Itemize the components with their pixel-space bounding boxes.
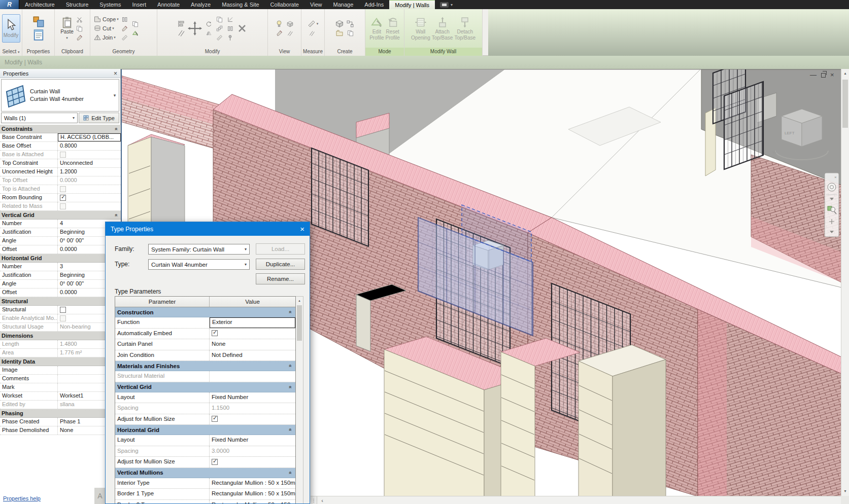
create-assembly-icon[interactable] — [346, 29, 355, 37]
scroll-left-icon[interactable]: ‹ — [317, 497, 327, 503]
section-header-structural[interactable]: Structural» — [0, 297, 121, 306]
panel-label-view[interactable]: View — [268, 48, 301, 56]
minimize-view-icon[interactable]: — — [810, 71, 817, 79]
match-type-properties-icon[interactable] — [75, 33, 84, 42]
table-scrollbar[interactable]: ▴ — [296, 296, 303, 504]
ribbon-state-caret-icon[interactable]: ▾ — [451, 3, 453, 7]
column-header-parameter[interactable]: Parameter — [115, 297, 210, 307]
section-header-constraints[interactable]: Constraints» — [0, 125, 121, 133]
cope-button[interactable]: Cope▾ — [93, 15, 119, 23]
property-value[interactable]: Rectangular Mullion : 50 x 150mm — [210, 489, 295, 499]
checkbox[interactable] — [212, 330, 218, 336]
checkbox[interactable] — [60, 307, 66, 313]
section-header-phasing[interactable]: Phasing» — [0, 409, 121, 418]
dialog-close-icon[interactable]: × — [300, 225, 304, 233]
property-value[interactable]: 0.8000 — [58, 142, 121, 150]
load-button[interactable]: Load... — [256, 243, 305, 255]
property-value[interactable]: None — [210, 339, 295, 350]
measure-button[interactable]: ▾ — [308, 20, 319, 28]
attach-top-base-button[interactable]: AttachTop/Base — [432, 16, 453, 41]
scroll-down-icon[interactable]: ▾ — [841, 487, 849, 496]
panel-label-clipboard[interactable]: Clipboard — [55, 48, 90, 56]
section-header-construction[interactable]: Construction» — [115, 307, 295, 317]
table-scroll-up-icon[interactable]: ▴ — [296, 297, 303, 304]
table-scroll-thumb[interactable] — [297, 305, 302, 341]
property-value[interactable] — [58, 194, 121, 202]
section-header-vertical-grid[interactable]: Vertical Grid» — [0, 211, 121, 220]
property-value[interactable]: Rectangular Mullion : 50 x 150mm — [210, 500, 295, 504]
panel-label-mode[interactable]: Mode — [365, 48, 404, 56]
collapse-chevron-icon[interactable]: » — [114, 127, 119, 130]
building-window-grid-2[interactable] — [724, 82, 763, 169]
dialog-title-bar[interactable]: Type Properties × — [106, 222, 310, 236]
section-header-horizontal-grid[interactable]: Horizontal Grid» — [0, 254, 121, 263]
move-icon[interactable] — [187, 21, 202, 36]
section-header-vertical-grid[interactable]: Vertical Grid» — [115, 382, 295, 392]
checkbox[interactable] — [212, 459, 218, 465]
cut-to-clipboard-icon[interactable] — [75, 15, 84, 23]
family-types-icon[interactable] — [32, 16, 45, 28]
demolish-icon[interactable] — [120, 33, 129, 42]
join-button[interactable]: Join▾ — [93, 33, 116, 42]
tab-modify-walls[interactable]: Modify | Walls — [389, 0, 435, 9]
paint-icon[interactable] — [120, 24, 129, 32]
panel-label-measure[interactable]: Measure — [301, 48, 324, 56]
panel-label-modify-wall[interactable]: Modify Wall — [404, 48, 482, 56]
tab-manage[interactable]: Manage — [328, 0, 359, 9]
app-menu-button[interactable]: R — [0, 0, 19, 9]
view-splitter-icon[interactable]: ⋮ — [311, 496, 317, 504]
column-header-value[interactable]: Value — [210, 297, 295, 307]
property-value[interactable] — [210, 329, 295, 339]
copy-to-clipboard-icon[interactable] — [75, 24, 84, 32]
checkbox[interactable] — [60, 195, 66, 201]
linework-icon[interactable] — [275, 29, 284, 37]
partial-status-button[interactable]: A — [94, 488, 106, 504]
tab-massing-site[interactable]: Massing & Site — [216, 0, 264, 9]
collapse-chevron-icon[interactable]: » — [288, 385, 293, 388]
scale-icon[interactable] — [215, 33, 224, 42]
checkbox[interactable] — [212, 416, 218, 422]
property-value[interactable]: H. ACCESO (LOBB... — [58, 133, 121, 141]
type-combo[interactable]: Curtain Wall 4number▾ — [148, 259, 250, 270]
property-value[interactable]: Not Defined — [210, 350, 295, 361]
copy-icon[interactable] — [215, 15, 224, 23]
viewcube-left-face-label[interactable]: LEFT — [785, 131, 795, 135]
scroll-up-icon[interactable]: ▴ — [841, 69, 849, 78]
wall-joins-icon[interactable] — [131, 20, 140, 28]
collapse-chevron-icon[interactable]: » — [288, 311, 293, 314]
properties-help-link[interactable]: Properties help — [3, 495, 41, 501]
steering-wheel-icon[interactable] — [828, 183, 836, 191]
unjoin-icon[interactable] — [131, 29, 140, 37]
duplicate-button[interactable]: Duplicate... — [256, 259, 305, 270]
collapse-chevron-icon[interactable]: » — [288, 428, 293, 431]
property-value[interactable]: Fixed Number — [210, 435, 295, 446]
rename-button[interactable]: Rename... — [256, 273, 305, 284]
cut-geometry-button[interactable]: Cut▾ — [93, 24, 114, 32]
horizontal-scrollbar[interactable]: ⋮ ‹ — [311, 496, 841, 504]
split-icon[interactable] — [225, 24, 234, 32]
create-group-icon[interactable] — [335, 20, 344, 28]
wall-opening-button[interactable]: WallOpening — [411, 16, 430, 41]
tab-add-ins[interactable]: Add-Ins — [359, 0, 389, 9]
property-value[interactable] — [210, 414, 295, 425]
property-value[interactable]: Exterior — [210, 317, 295, 328]
section-header-materials-and-finishes[interactable]: Materials and Finishes» — [115, 361, 295, 371]
paste-button[interactable]: Paste▾ — [60, 16, 74, 41]
tab-analyze[interactable]: Analyze — [185, 0, 216, 9]
edit-profile-button[interactable]: EditProfile — [369, 16, 384, 41]
array-icon[interactable] — [215, 24, 224, 32]
property-value[interactable] — [210, 457, 295, 467]
create-parts-icon[interactable] — [335, 29, 344, 37]
panel-label-select[interactable]: Select ▾ — [0, 48, 22, 56]
offset-icon[interactable] — [177, 29, 186, 37]
tab-insert[interactable]: Insert — [127, 0, 152, 9]
collapse-chevron-icon[interactable]: » — [288, 365, 293, 368]
palette-close-icon[interactable]: × — [114, 70, 117, 77]
section-header-vertical-mullions[interactable]: Vertical Mullions» — [115, 468, 295, 478]
apply-coping-icon[interactable] — [120, 15, 129, 23]
property-value[interactable]: Fixed Number — [210, 392, 295, 403]
align-icon[interactable] — [177, 20, 186, 28]
element-filter-combo[interactable]: Walls (1)▾ — [1, 113, 78, 123]
panel-label-create[interactable]: Create — [325, 48, 365, 56]
dimension-icon[interactable] — [308, 29, 317, 37]
